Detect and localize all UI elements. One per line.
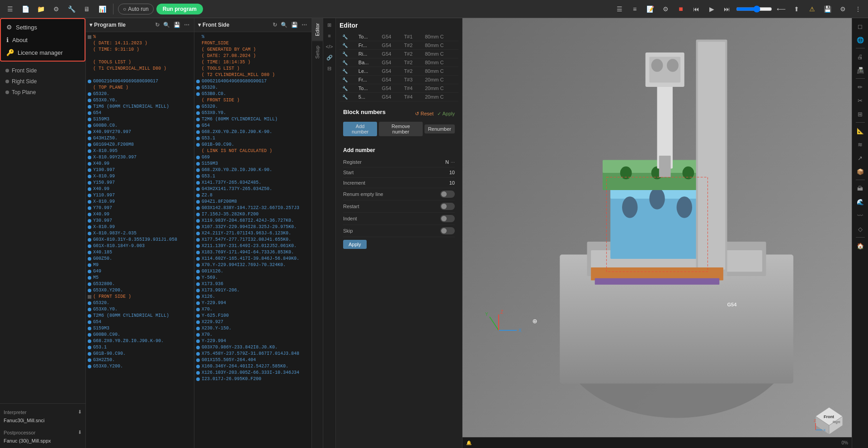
table-row[interactable]: 🔧 Le... G54 T#2 80mm C: [340, 67, 458, 76]
toolbar-next[interactable]: ⏭: [721, 3, 733, 15]
table-row[interactable]: 🔧 Fr... G54 T#3 20mm C: [340, 76, 458, 84]
right-tool-print1[interactable]: 🖨: [854, 50, 867, 63]
right-tool-diamond[interactable]: ◇: [854, 223, 867, 235]
renum-toggle[interactable]: [440, 191, 455, 198]
program-code-area[interactable]: %( DATE: 14.11.2023 )( TIME: 9:31:10 )( …: [86, 32, 194, 448]
sidebar-menu-about[interactable]: ℹ About: [1, 33, 85, 46]
toolbar-warning[interactable]: ⚠: [806, 3, 818, 15]
skip-toggle[interactable]: [440, 227, 455, 234]
front-save-btn[interactable]: 💾: [290, 21, 299, 29]
svg-text:Front: Front: [824, 415, 834, 419]
list-item: G00B0.C90.: [86, 332, 194, 338]
right-tool-home[interactable]: 🏠: [854, 239, 867, 252]
list-item: G53B0.C0.: [194, 91, 311, 97]
bell-icon[interactable]: 🔔: [466, 440, 472, 445]
toolbar-cam[interactable]: ⚙: [50, 3, 62, 15]
right-tool-grid[interactable]: ⊞: [854, 108, 867, 120]
sidebar-menu-licence[interactable]: 🔑 Licence manager: [1, 46, 85, 59]
right-tool-box2[interactable]: 📦: [854, 165, 867, 178]
toolbar-machine[interactable]: 🖥: [80, 3, 93, 15]
run-program-button[interactable]: Run program: [156, 4, 203, 14]
table-row[interactable]: 🔧 To... G54 T#4 20mm C: [340, 84, 458, 93]
increment-value[interactable]: 10: [449, 180, 455, 186]
toolbar-play[interactable]: ▶: [705, 3, 718, 15]
table-row[interactable]: 🔧 To... G54 T#1 80mm C: [340, 33, 458, 41]
sidebar-item-right-side[interactable]: Right Side: [0, 76, 85, 87]
right-tool-print2[interactable]: 📠: [854, 64, 867, 76]
renumber-btn[interactable]: Renumber: [425, 124, 455, 133]
apply-button[interactable]: Apply: [343, 240, 367, 249]
register-val[interactable]: N: [445, 159, 449, 165]
add-number-btn[interactable]: Add number: [343, 122, 377, 136]
toolbar-icon-1[interactable]: ☰: [4, 3, 16, 15]
toolbar-more[interactable]: ⋮: [852, 3, 864, 15]
indent-toggle[interactable]: [440, 215, 455, 222]
tab-setup[interactable]: Setup: [312, 41, 323, 63]
icon-bar-grid[interactable]: ⊞: [325, 20, 335, 30]
restart-toggle[interactable]: [440, 203, 455, 210]
table-row[interactable]: 🔧 Fr... G54 T#2 80mm C: [340, 41, 458, 50]
icon-bar-block[interactable]: ⊟: [325, 63, 335, 73]
right-tool-surface2[interactable]: 🌊: [854, 195, 867, 208]
reset-link[interactable]: ↺ Reset: [415, 111, 434, 117]
front-refresh-btn[interactable]: ↻: [272, 21, 278, 29]
program-save-btn[interactable]: 💾: [173, 21, 181, 29]
sidebar-item-front-side[interactable]: Front Side: [0, 65, 85, 76]
tool-icon: 🔧: [340, 33, 356, 41]
register-dots[interactable]: ···: [451, 159, 455, 165]
toolbar-toolpath[interactable]: 🔧: [65, 3, 78, 15]
right-tool-cut[interactable]: ✂: [854, 94, 867, 107]
table-row[interactable]: 🔧 Ba... G54 T#2 80mm C: [340, 58, 458, 67]
sidebar-item-top-plane[interactable]: Top Plane: [0, 87, 85, 98]
toolbar-prev[interactable]: ⏮: [690, 3, 703, 15]
sidebar-menu-settings[interactable]: ⚙ Settings: [1, 21, 85, 33]
start-value[interactable]: 10: [449, 170, 455, 175]
toolbar-stop[interactable]: ■: [675, 3, 687, 15]
program-refresh-btn[interactable]: ↻: [154, 21, 160, 29]
program-more-btn[interactable]: ⋯: [183, 21, 190, 29]
right-tool-box[interactable]: ◻: [854, 20, 867, 33]
nav-cube[interactable]: Front Right X Z: [811, 398, 847, 434]
speed-slider[interactable]: [736, 5, 772, 13]
interpreter-download-icon[interactable]: ⬇: [78, 409, 82, 415]
icon-bar-code[interactable]: </>: [325, 42, 335, 52]
toolbar-save[interactable]: 💾: [821, 3, 834, 15]
code-dot: [196, 232, 200, 235]
toolbar-arrow-left[interactable]: ⟵: [775, 3, 788, 15]
front-panel-chevron[interactable]: ▾: [198, 22, 201, 28]
icon-bar-link[interactable]: 🔗: [325, 52, 335, 62]
toolbar-arrow-up[interactable]: ⬆: [790, 3, 803, 15]
code-text: ( FRONT SIDE ): [202, 97, 240, 104]
icon-bar-list[interactable]: ≡: [325, 31, 335, 41]
apply-link[interactable]: ✓ Apply: [437, 111, 455, 117]
right-tool-arrow[interactable]: ↗: [854, 152, 867, 164]
toolbar-new[interactable]: 📄: [19, 3, 32, 15]
postprocessor-download-icon[interactable]: ⬇: [78, 429, 82, 435]
front-search-btn[interactable]: 🔍: [280, 21, 288, 29]
front-more-btn[interactable]: ⋯: [301, 21, 308, 29]
remove-number-btn[interactable]: Remove number: [379, 122, 422, 136]
table-row[interactable]: 🔧 5... G54 T#4 20mm C: [340, 93, 458, 101]
viewport[interactable]: X Y Z G54 Front Rig: [462, 18, 852, 448]
code-dot: [196, 251, 200, 254]
right-tool-pencil[interactable]: ✏: [854, 81, 867, 93]
right-tool-lines[interactable]: ≋: [854, 138, 867, 151]
toolbar-table[interactable]: 📊: [96, 3, 108, 15]
toolbar-menu-icon[interactable]: ☰: [613, 3, 626, 15]
toolbar-settings-circle[interactable]: ⚙: [659, 3, 672, 15]
toolbar-gear[interactable]: ⚙: [836, 3, 849, 15]
right-tool-ruler[interactable]: 📐: [854, 124, 867, 137]
right-tool-lines2[interactable]: 〰: [854, 209, 867, 222]
front-code-area[interactable]: %FRONT_SIDE( GENERATED BY CAM )( DATE: 2…: [194, 32, 311, 448]
auto-run-button[interactable]: ○ Auto run: [118, 4, 154, 14]
tab-editor[interactable]: Editor: [312, 18, 323, 41]
toolbar-list-icon[interactable]: ≡: [628, 3, 641, 15]
code-dot: [196, 244, 200, 248]
table-row[interactable]: 🔧 Ri... G54 T#2 80mm C: [340, 50, 458, 58]
toolbar-text-icon[interactable]: 📝: [644, 3, 656, 15]
toolbar-open[interactable]: 📁: [34, 3, 47, 15]
right-tool-surface1[interactable]: 🏔: [854, 182, 867, 195]
right-tool-globe[interactable]: 🌐: [854, 33, 867, 46]
program-search-btn[interactable]: 🔍: [162, 21, 171, 29]
program-panel-chevron[interactable]: ▾: [90, 22, 92, 28]
